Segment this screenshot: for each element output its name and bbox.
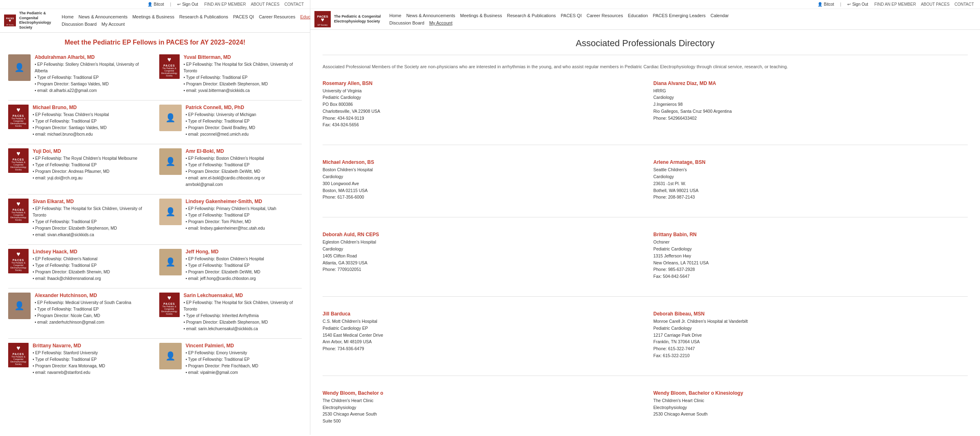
right-nav-paces-qi[interactable]: PACES QI bbox=[558, 12, 584, 19]
fellow-bitterman-info: Yuval Bitterman, MD • EP Fellowship: The… bbox=[184, 54, 302, 94]
dir-detail-deborah-auld: Egleston Children's Hospital Cardiology … bbox=[323, 239, 637, 273]
fellow-hong: 👤 Jeff Hong, MD • EP Fellowship: Boston … bbox=[159, 249, 302, 282]
fellow-palmieri-info: Vincent Palmieri, MD • EP Fellowship: Em… bbox=[186, 343, 302, 376]
fellow-row-5: ♥ PACES The Pediatric & CongenitalElectr… bbox=[8, 249, 302, 282]
fellow-gakenheimer-details: • EP Fellowship: Primary Children's Hosp… bbox=[186, 206, 302, 232]
right-logo-area: PACES ♥ EP Society The Pediatric & Conge… bbox=[314, 11, 381, 27]
fellow-doi-avatar: ♥ PACES The Pediatric & CongenitalElectr… bbox=[8, 148, 29, 173]
fellow-palmieri-name: Vincent Palmieri, MD bbox=[186, 343, 302, 349]
fellow-haack-info: Lindsey Haack, MD • EP Fellowship: Child… bbox=[33, 249, 151, 282]
fellow-lekchuensakul-avatar: ♥ PACES The Pediatric & CongenitalElectr… bbox=[159, 293, 180, 317]
dir-name-wendy-bloom-2: Wendy Bloom, Bachelor o Kinesiology bbox=[653, 390, 968, 396]
dir-entry-diana-alvarez: Diana Alvarez Diaz, MD MA HRRG Cardiolog… bbox=[653, 80, 968, 129]
right-nav-myaccount[interactable]: My Account bbox=[427, 20, 455, 26]
fellow-elkarat-info: Sivan Elkarat, MD • EP Fellowship: The H… bbox=[33, 199, 151, 238]
fellow-gakenheimer: 👤 Lindsey Gakenheimer-Smith, MD • EP Fel… bbox=[159, 199, 302, 232]
directory-description: Associated Professional Members of the S… bbox=[323, 63, 968, 70]
right-nav-news[interactable]: News & Announcements bbox=[404, 12, 458, 19]
dir-divider-2 bbox=[323, 217, 968, 217]
fellow-row-6: 👤 Alexander Hutchinson, MD • EP Fellowsh… bbox=[8, 293, 302, 332]
right-contact-link[interactable]: CONTACT bbox=[954, 2, 974, 7]
left-nav-paces-qi[interactable]: PACES QI bbox=[231, 13, 256, 20]
left-page-title: Meet the Pediatric EP Fellows in PACES f… bbox=[8, 39, 302, 46]
svg-text:EP Society: EP Society bbox=[318, 24, 328, 26]
fellow-bitterman-avatar: ♥ PACES The Pediatric & CongenitalElectr… bbox=[159, 54, 180, 79]
dir-detail-deborah-bibeau: Monroe Carell Jr. Children's Hospital at… bbox=[653, 318, 968, 359]
fellow-row-7: ♥ PACES The Pediatric & CongenitalElectr… bbox=[8, 343, 302, 376]
fellow-gakenheimer-avatar: 👤 bbox=[159, 199, 182, 225]
left-main-content: Meet the Pediatric EP Fellows in PACES f… bbox=[0, 33, 310, 388]
fellow-doi: ♥ PACES The Pediatric & CongenitalElectr… bbox=[8, 148, 151, 181]
fellow-alharbi-name: Abdulrahman Alharbi, MD bbox=[35, 54, 151, 60]
dir-name-deborah-auld: Deborah Auld, RN CEPS bbox=[323, 232, 637, 237]
fellow-alharbi-info: Abdulrahman Alharbi, MD • EP Fellowship:… bbox=[35, 54, 151, 94]
right-nav-row-top: Home News & Announcements Meetings & Bus… bbox=[387, 12, 731, 19]
right-signout-link[interactable]: ↩ Sign Out bbox=[847, 2, 868, 7]
right-find-ep-link[interactable]: FIND AN EP MEMBER bbox=[874, 2, 916, 7]
right-logo-text: The Pediatric & Congenital Electrophysio… bbox=[334, 14, 381, 24]
left-nav-discussion[interactable]: Discussion Board bbox=[59, 21, 99, 27]
right-nav-career[interactable]: Career Resources bbox=[584, 12, 625, 19]
left-nav-myaccount[interactable]: My Account bbox=[99, 21, 127, 27]
dir-name-wendy-bloom-1: Wendy Bloom, Bachelor o bbox=[323, 390, 637, 396]
right-person-icon: 👤 bbox=[817, 2, 822, 7]
right-about-link[interactable]: ABOUT PACES bbox=[921, 2, 949, 7]
fellow-hutchinson: 👤 Alexander Hutchinson, MD • EP Fellowsh… bbox=[8, 293, 151, 326]
right-panel: 👤 Bitcot | ↩ Sign Out FIND AN EP MEMBER … bbox=[310, 0, 980, 435]
right-bitcot-label: Bitcot bbox=[824, 2, 834, 7]
right-nav-emerging[interactable]: PACES Emerging Leaders bbox=[650, 12, 708, 19]
left-topbar: 👤 Bitcot | ↩ Sign Out FIND AN EP MEMBER … bbox=[0, 0, 310, 9]
dir-entry-wendy-bloom-2: Wendy Bloom, Bachelor o Kinesiology The … bbox=[653, 390, 968, 425]
left-topbar-links: FIND AN EP MEMBER ABOUT PACES CONTACT bbox=[204, 2, 304, 7]
left-nav-research[interactable]: Research & Publications bbox=[177, 13, 231, 20]
right-nav-education[interactable]: Education bbox=[626, 12, 650, 19]
right-nav-home[interactable]: Home bbox=[387, 12, 404, 19]
left-nav-career[interactable]: Career Resources bbox=[256, 13, 298, 20]
left-nav-news[interactable]: News & Announcements bbox=[76, 13, 130, 20]
right-nav-discussion[interactable]: Discussion Board bbox=[387, 20, 427, 26]
left-about-link[interactable]: ABOUT PACES bbox=[251, 2, 279, 7]
dir-name-deborah-bibeau: Deborah Bibeau, MSN bbox=[653, 311, 968, 317]
left-signout-link[interactable]: ↩ Sign Out bbox=[177, 2, 198, 7]
person-icon: 👤 bbox=[147, 2, 152, 7]
dir-detail-wendy-bloom-1: The Children's Heart Clinic Electrophysi… bbox=[323, 397, 637, 425]
fellow-connell: 👤 Patrick Connell, MD, PhD • EP Fellowsh… bbox=[159, 105, 302, 138]
left-nav-home[interactable]: Home bbox=[59, 13, 76, 20]
right-signout-label: Sign Out bbox=[852, 2, 868, 7]
left-nav-meetings[interactable]: Meetings & Business bbox=[130, 13, 177, 20]
fellow-lekchuensakul-name: Sarin Lekchuensakul, MD bbox=[184, 293, 302, 298]
fellow-hong-name: Jeff Hong, MD bbox=[186, 249, 302, 255]
divider-6 bbox=[8, 338, 302, 339]
dir-name-rosemary-allen: Rosemary Allen, BSN bbox=[323, 80, 637, 86]
fellow-navarre: ♥ PACES The Pediatric & CongenitalElectr… bbox=[8, 343, 151, 376]
fellow-connell-avatar: 👤 bbox=[159, 105, 182, 131]
dir-name-michael-anderson: Michael Anderson, BS bbox=[323, 159, 637, 165]
dir-entry-brittany-babin: Brittany Babin, RN Ochsner Pediatric Car… bbox=[653, 232, 968, 280]
dir-name-brittany-babin: Brittany Babin, RN bbox=[653, 232, 968, 237]
fellow-hutchinson-name: Alexander Hutchinson, MD bbox=[35, 293, 151, 298]
fellow-haack-details: • EP Fellowship: Children's National • T… bbox=[33, 256, 151, 282]
left-find-ep-link[interactable]: FIND AN EP MEMBER bbox=[204, 2, 246, 7]
right-navbar: PACES ♥ EP Society The Pediatric & Conge… bbox=[310, 9, 980, 30]
fellow-haack: ♥ PACES The Pediatric & CongenitalElectr… bbox=[8, 249, 151, 282]
left-bitcot-link[interactable]: 👤 Bitcot bbox=[147, 2, 164, 7]
directory-grid: Rosemary Allen, BSN University of Virgin… bbox=[323, 80, 968, 427]
fellow-doi-name: Yuji Doi, MD bbox=[33, 148, 151, 154]
dir-name-diana-alvarez: Diana Alvarez Diaz, MD MA bbox=[653, 80, 968, 86]
fellow-doi-info: Yuji Doi, MD • EP Fellowship: The Royal … bbox=[33, 148, 151, 181]
right-signout-icon: ↩ bbox=[847, 2, 851, 7]
fellow-alharbi-details: • EP Fellowship: Stollery Children's Hos… bbox=[35, 61, 151, 94]
signout-icon: ↩ bbox=[177, 2, 180, 7]
fellow-bruno: ♥ PACES The Pediatric & CongenitalElectr… bbox=[8, 105, 151, 138]
right-bitcot-link[interactable]: 👤 Bitcot bbox=[817, 2, 834, 7]
divider-3 bbox=[8, 194, 302, 195]
right-nav-meetings[interactable]: Meetings & Business bbox=[458, 12, 505, 19]
dir-name-arlene-armatage: Arlene Armatage, BSN bbox=[653, 159, 968, 165]
svg-text:♥: ♥ bbox=[321, 16, 324, 23]
left-logo-svg: PACES ♥ EP Society bbox=[4, 12, 16, 29]
right-nav-calendar[interactable]: Calendar bbox=[708, 12, 731, 19]
right-nav-research[interactable]: Research & Publications bbox=[504, 12, 558, 19]
right-page-title: Associated Professionals Directory bbox=[323, 38, 968, 55]
left-contact-link[interactable]: CONTACT bbox=[284, 2, 304, 7]
dir-detail-michael-anderson: Boston Children's Hospital Cardiology 30… bbox=[323, 166, 637, 201]
